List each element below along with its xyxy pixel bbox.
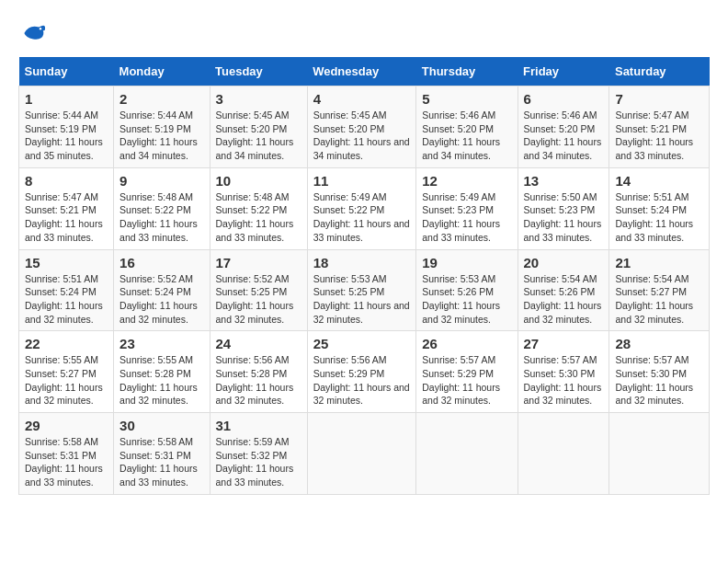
day-number: 14: [615, 173, 703, 189]
day-info: Sunrise: 5:54 AM Sunset: 5:26 PM Dayligh…: [524, 272, 604, 327]
calendar-cell: 17 Sunrise: 5:52 AM Sunset: 5:25 PM Dayl…: [210, 249, 307, 331]
calendar-cell: 1 Sunrise: 5:44 AM Sunset: 5:19 PM Dayli…: [19, 86, 114, 168]
calendar-cell: [609, 413, 710, 495]
day-info: Sunrise: 5:58 AM Sunset: 5:31 PM Dayligh…: [119, 435, 203, 489]
calendar-cell: 24 Sunrise: 5:56 AM Sunset: 5:28 PM Dayl…: [210, 331, 307, 413]
calendar-cell: [416, 413, 518, 495]
calendar-cell: 20 Sunrise: 5:54 AM Sunset: 5:26 PM Dayl…: [518, 249, 609, 331]
header: [18, 18, 710, 48]
header-saturday: Saturday: [609, 57, 710, 86]
day-info: Sunrise: 5:58 AM Sunset: 5:31 PM Dayligh…: [25, 435, 108, 489]
day-info: Sunrise: 5:49 AM Sunset: 5:22 PM Dayligh…: [313, 190, 411, 245]
day-info: Sunrise: 5:45 AM Sunset: 5:20 PM Dayligh…: [216, 109, 301, 163]
day-number: 16: [119, 255, 203, 270]
calendar-table: SundayMondayTuesdayWednesdayThursdayFrid…: [18, 57, 710, 495]
calendar-cell: 16 Sunrise: 5:52 AM Sunset: 5:24 PM Dayl…: [114, 249, 210, 331]
day-number: 29: [25, 418, 108, 433]
day-info: Sunrise: 5:51 AM Sunset: 5:24 PM Dayligh…: [25, 272, 108, 327]
day-number: 30: [119, 418, 203, 433]
header-monday: Monday: [114, 57, 210, 86]
calendar-cell: 26 Sunrise: 5:57 AM Sunset: 5:29 PM Dayl…: [416, 331, 518, 413]
day-info: Sunrise: 5:46 AM Sunset: 5:20 PM Dayligh…: [422, 109, 511, 163]
calendar-cell: 22 Sunrise: 5:55 AM Sunset: 5:27 PM Dayl…: [19, 331, 114, 413]
calendar-cell: 12 Sunrise: 5:49 AM Sunset: 5:23 PM Dayl…: [416, 167, 518, 249]
calendar-cell: 28 Sunrise: 5:57 AM Sunset: 5:30 PM Dayl…: [609, 331, 710, 413]
day-number: 3: [216, 91, 301, 107]
day-number: 10: [216, 173, 301, 189]
calendar-cell: 25 Sunrise: 5:56 AM Sunset: 5:29 PM Dayl…: [307, 331, 416, 413]
day-number: 23: [119, 336, 203, 351]
header-sunday: Sunday: [19, 57, 114, 86]
calendar-cell: [518, 413, 609, 495]
calendar-cell: 18 Sunrise: 5:53 AM Sunset: 5:25 PM Dayl…: [307, 249, 416, 331]
calendar-cell: 23 Sunrise: 5:55 AM Sunset: 5:28 PM Dayl…: [114, 331, 210, 413]
day-number: 21: [615, 255, 703, 270]
calendar-cell: 4 Sunrise: 5:45 AM Sunset: 5:20 PM Dayli…: [307, 86, 416, 168]
calendar-cell: 9 Sunrise: 5:48 AM Sunset: 5:22 PM Dayli…: [114, 167, 210, 249]
day-info: Sunrise: 5:44 AM Sunset: 5:19 PM Dayligh…: [25, 109, 108, 163]
day-number: 2: [119, 91, 203, 107]
day-number: 27: [524, 336, 604, 351]
calendar-cell: 2 Sunrise: 5:44 AM Sunset: 5:19 PM Dayli…: [114, 86, 210, 168]
day-info: Sunrise: 5:56 AM Sunset: 5:29 PM Dayligh…: [313, 353, 411, 408]
calendar-cell: 5 Sunrise: 5:46 AM Sunset: 5:20 PM Dayli…: [416, 86, 518, 168]
calendar-week-row: 1 Sunrise: 5:44 AM Sunset: 5:19 PM Dayli…: [19, 86, 710, 168]
day-number: 15: [25, 255, 108, 270]
day-info: Sunrise: 5:44 AM Sunset: 5:19 PM Dayligh…: [119, 109, 203, 163]
day-number: 4: [313, 91, 411, 107]
calendar-week-row: 22 Sunrise: 5:55 AM Sunset: 5:27 PM Dayl…: [19, 331, 710, 413]
calendar-cell: 29 Sunrise: 5:58 AM Sunset: 5:31 PM Dayl…: [19, 413, 114, 495]
calendar-week-row: 15 Sunrise: 5:51 AM Sunset: 5:24 PM Dayl…: [19, 249, 710, 331]
day-info: Sunrise: 5:57 AM Sunset: 5:30 PM Dayligh…: [524, 353, 604, 408]
day-number: 18: [313, 255, 411, 270]
day-info: Sunrise: 5:45 AM Sunset: 5:20 PM Dayligh…: [313, 109, 411, 163]
day-number: 1: [25, 91, 108, 107]
calendar-cell: 8 Sunrise: 5:47 AM Sunset: 5:21 PM Dayli…: [19, 167, 114, 249]
day-number: 25: [313, 336, 411, 351]
day-number: 9: [119, 173, 203, 189]
day-number: 31: [216, 418, 301, 433]
day-info: Sunrise: 5:50 AM Sunset: 5:23 PM Dayligh…: [524, 190, 604, 245]
calendar-cell: 31 Sunrise: 5:59 AM Sunset: 5:32 PM Dayl…: [210, 413, 307, 495]
calendar-week-row: 8 Sunrise: 5:47 AM Sunset: 5:21 PM Dayli…: [19, 167, 710, 249]
day-number: 11: [313, 173, 411, 189]
day-number: 26: [422, 336, 511, 351]
logo: [18, 18, 51, 48]
day-number: 7: [615, 91, 703, 107]
day-number: 20: [524, 255, 604, 270]
day-info: Sunrise: 5:48 AM Sunset: 5:22 PM Dayligh…: [119, 190, 203, 245]
svg-point-0: [40, 28, 41, 29]
header-thursday: Thursday: [416, 57, 518, 86]
day-info: Sunrise: 5:48 AM Sunset: 5:22 PM Dayligh…: [216, 190, 301, 245]
day-info: Sunrise: 5:59 AM Sunset: 5:32 PM Dayligh…: [216, 435, 301, 489]
day-info: Sunrise: 5:56 AM Sunset: 5:28 PM Dayligh…: [216, 353, 301, 408]
calendar-cell: 21 Sunrise: 5:54 AM Sunset: 5:27 PM Dayl…: [609, 249, 710, 331]
logo-icon: [18, 18, 48, 48]
day-number: 22: [25, 336, 108, 351]
calendar-cell: 7 Sunrise: 5:47 AM Sunset: 5:21 PM Dayli…: [609, 86, 710, 168]
day-info: Sunrise: 5:54 AM Sunset: 5:27 PM Dayligh…: [615, 272, 703, 327]
calendar-week-row: 29 Sunrise: 5:58 AM Sunset: 5:31 PM Dayl…: [19, 413, 710, 495]
day-info: Sunrise: 5:49 AM Sunset: 5:23 PM Dayligh…: [422, 190, 511, 245]
day-info: Sunrise: 5:47 AM Sunset: 5:21 PM Dayligh…: [25, 190, 108, 245]
day-info: Sunrise: 5:55 AM Sunset: 5:27 PM Dayligh…: [25, 353, 108, 408]
calendar-cell: 14 Sunrise: 5:51 AM Sunset: 5:24 PM Dayl…: [609, 167, 710, 249]
day-number: 17: [216, 255, 301, 270]
day-info: Sunrise: 5:55 AM Sunset: 5:28 PM Dayligh…: [119, 353, 203, 408]
day-number: 28: [615, 336, 703, 351]
header-wednesday: Wednesday: [307, 57, 416, 86]
calendar-cell: 27 Sunrise: 5:57 AM Sunset: 5:30 PM Dayl…: [518, 331, 609, 413]
calendar-cell: 11 Sunrise: 5:49 AM Sunset: 5:22 PM Dayl…: [307, 167, 416, 249]
day-number: 8: [25, 173, 108, 189]
day-number: 24: [216, 336, 301, 351]
calendar-cell: 6 Sunrise: 5:46 AM Sunset: 5:20 PM Dayli…: [518, 86, 609, 168]
day-info: Sunrise: 5:53 AM Sunset: 5:26 PM Dayligh…: [422, 272, 511, 327]
day-number: 19: [422, 255, 511, 270]
day-info: Sunrise: 5:52 AM Sunset: 5:24 PM Dayligh…: [119, 272, 203, 327]
calendar-cell: 15 Sunrise: 5:51 AM Sunset: 5:24 PM Dayl…: [19, 249, 114, 331]
calendar-header-row: SundayMondayTuesdayWednesdayThursdayFrid…: [19, 57, 710, 86]
day-info: Sunrise: 5:47 AM Sunset: 5:21 PM Dayligh…: [615, 109, 703, 163]
calendar-cell: 19 Sunrise: 5:53 AM Sunset: 5:26 PM Dayl…: [416, 249, 518, 331]
calendar-cell: [307, 413, 416, 495]
day-number: 12: [422, 173, 511, 189]
